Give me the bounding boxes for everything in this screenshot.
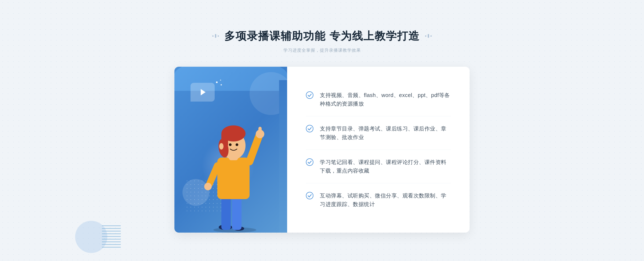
feature-item-2: 支持章节目录、弹题考试、课后练习、课后作业、章节测验、批改作业 bbox=[306, 116, 451, 150]
svg-rect-3 bbox=[221, 195, 231, 230]
main-card: 支持视频、音频、flash、word、excel、ppt、pdf等各种格式的资源… bbox=[174, 67, 470, 233]
check-icon-3 bbox=[306, 158, 313, 166]
check-icon-2 bbox=[306, 125, 313, 132]
header-section: 多项录播课辅助功能 专为线上教学打造 学习进度全掌握，提升录播课教学效果 bbox=[212, 29, 431, 53]
svg-line-6 bbox=[250, 136, 259, 162]
check-icon-1 bbox=[306, 91, 313, 99]
svg-point-17 bbox=[236, 143, 238, 146]
stripe-decoration bbox=[102, 223, 121, 248]
feature-item-3: 学习笔记回看、课程提问、课程评论打分、课件资料下载，重点内容收藏 bbox=[306, 150, 451, 183]
svg-point-22 bbox=[306, 192, 313, 199]
page-wrapper: » 多项录播课辅助功能 专为线上教学打造 学习进度全掌握，提升录播课教学效果 bbox=[0, 0, 644, 261]
svg-rect-8 bbox=[258, 127, 262, 135]
video-play-bubble bbox=[191, 83, 215, 102]
svg-point-19 bbox=[306, 92, 313, 99]
svg-point-21 bbox=[306, 159, 313, 166]
sparkle-2 bbox=[220, 80, 221, 81]
blue-bar-accent bbox=[279, 80, 287, 233]
feature-text-2: 支持章节目录、弹题考试、课后练习、课后作业、章节测验、批改作业 bbox=[320, 124, 451, 141]
page-title: 多项录播课辅助功能 专为线上教学打造 bbox=[224, 29, 419, 43]
header-title-row: 多项录播课辅助功能 专为线上教学打造 bbox=[212, 29, 431, 43]
svg-point-20 bbox=[306, 125, 313, 132]
play-icon bbox=[201, 89, 206, 95]
illustration-panel bbox=[174, 67, 287, 233]
feature-text-3: 学习笔记回看、课程提问、课程评论打分、课件资料下载，重点内容收藏 bbox=[320, 158, 451, 175]
feature-text-1: 支持视频、音频、flash、word、excel、ppt、pdf等各种格式的资源… bbox=[320, 91, 451, 108]
svg-point-16 bbox=[229, 143, 232, 146]
sparkle-1 bbox=[216, 81, 218, 83]
content-area: 多项录播课辅助功能 专为线上教学打造 学习进度全掌握，提升录播课教学效果 bbox=[161, 29, 483, 233]
svg-rect-5 bbox=[217, 158, 250, 199]
check-icon-4 bbox=[306, 192, 313, 199]
svg-rect-4 bbox=[232, 195, 241, 230]
feature-item-1: 支持视频、音频、flash、word、excel、ppt、pdf等各种格式的资源… bbox=[306, 83, 451, 116]
feature-item-4: 互动弹幕、试听购买、微信分享、观看次数限制、学习进度跟踪、数据统计 bbox=[306, 183, 451, 217]
person-illustration bbox=[195, 101, 275, 233]
title-decoration-left bbox=[212, 34, 219, 38]
feature-text-4: 互动弹幕、试听购买、微信分享、观看次数限制、学习进度跟踪、数据统计 bbox=[320, 191, 451, 208]
page-subtitle: 学习进度全掌握，提升录播课教学效果 bbox=[212, 48, 431, 53]
sparkle-3 bbox=[221, 84, 222, 85]
svg-point-10 bbox=[204, 183, 212, 190]
title-decoration-right bbox=[425, 34, 432, 38]
svg-line-9 bbox=[209, 166, 217, 184]
features-panel: 支持视频、音频、flash、word、excel、ppt、pdf等各种格式的资源… bbox=[287, 67, 470, 233]
svg-point-18 bbox=[219, 143, 224, 150]
